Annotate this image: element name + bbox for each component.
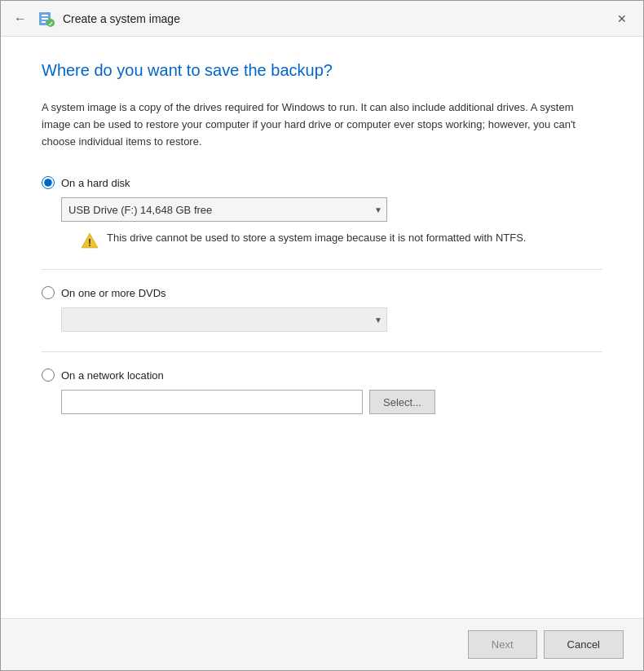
hard-disk-dropdown[interactable]: USB Drive (F:) 14,648 GB free [61,197,387,222]
next-button[interactable]: Next [468,630,537,659]
back-button[interactable]: ← [11,9,30,29]
title-icon: ✓ [37,9,56,29]
page-description: A system image is a copy of the drives r… [42,99,602,150]
option-network-text: On a network location [61,369,164,382]
option-hard-disk-label[interactable]: On a hard disk [42,176,602,189]
select-network-button[interactable]: Select... [369,390,435,414]
window-title: Create a system image [63,12,180,25]
warning-box: ! This drive cannot be used to store a s… [81,230,570,249]
svg-rect-3 [42,21,46,23]
svg-text:!: ! [88,237,91,249]
option-dvd-text: On one or more DVDs [61,287,166,299]
page-question: Where do you want to save the backup? [42,61,602,80]
hard-disk-dropdown-container: USB Drive (F:) 14,648 GB free ▼ ! This d… [61,197,602,249]
hard-disk-dropdown-wrapper: USB Drive (F:) 14,648 GB free ▼ [61,197,387,222]
close-icon: ✕ [617,12,627,25]
title-bar-left: ← ✓ Create a system image [11,9,180,29]
network-location-input[interactable] [61,390,363,414]
svg-rect-2 [42,18,48,20]
content-area: Where do you want to save the backup? A … [1,37,643,618]
option-network-label[interactable]: On a network location [42,369,602,382]
option-hard-disk-section: On a hard disk USB Drive (F:) 14,648 GB … [42,176,602,249]
svg-text:✓: ✓ [48,20,54,28]
warning-icon: ! [81,232,99,249]
option-network-section: On a network location Select... [42,369,602,414]
divider-2 [42,351,602,352]
svg-rect-1 [42,15,48,16]
option-hard-disk-radio[interactable] [42,176,55,189]
divider-1 [42,269,602,270]
title-bar: ← ✓ Create a system image ✕ [1,1,643,37]
option-network-radio[interactable] [42,369,55,382]
warning-text: This drive cannot be used to store a sys… [107,230,526,246]
network-input-row: Select... [61,390,602,414]
footer: Next Cancel [1,618,643,670]
option-hard-disk-text: On a hard disk [61,177,130,189]
option-dvd-radio[interactable] [42,286,55,299]
dvd-dropdown[interactable] [61,307,387,332]
option-dvd-label[interactable]: On one or more DVDs [42,286,602,299]
dvd-dropdown-wrapper: ▼ [61,307,387,332]
option-dvd-section: On one or more DVDs ▼ [42,286,602,332]
close-button[interactable]: ✕ [611,7,633,30]
cancel-button[interactable]: Cancel [544,630,624,659]
main-window: ← ✓ Create a system image ✕ Where do you… [0,0,644,671]
dvd-dropdown-container: ▼ [61,307,602,332]
